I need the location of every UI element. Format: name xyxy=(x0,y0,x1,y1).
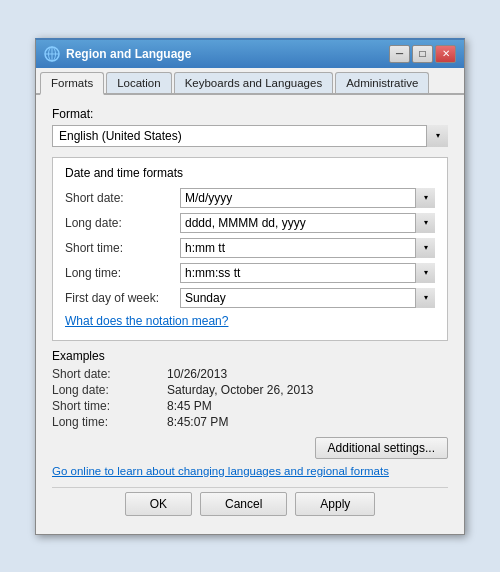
example-short-date: Short date: 10/26/2013 xyxy=(52,367,448,381)
minimize-button[interactable]: ─ xyxy=(389,45,410,63)
examples-title: Examples xyxy=(52,349,448,363)
long-time-row: Long time: h:mm:ss tt ▾ xyxy=(65,263,435,283)
long-time-label: Long time: xyxy=(65,266,180,280)
first-day-control: Sunday ▾ xyxy=(180,288,435,308)
examples-section: Examples Short date: 10/26/2013 Long dat… xyxy=(52,349,448,429)
window-title: Region and Language xyxy=(66,47,191,61)
short-date-control: M/d/yyyy ▾ xyxy=(180,188,435,208)
short-date-label: Short date: xyxy=(65,191,180,205)
tab-bar: Formats Location Keyboards and Languages… xyxy=(36,68,464,95)
notation-link[interactable]: What does the notation mean? xyxy=(65,314,228,328)
tab-formats[interactable]: Formats xyxy=(40,72,104,95)
date-time-group: Date and time formats Short date: M/d/yy… xyxy=(52,157,448,341)
short-date-row: Short date: M/d/yyyy ▾ xyxy=(65,188,435,208)
format-dropdown-wrapper: English (United States) ▾ xyxy=(52,125,448,147)
title-bar: Region and Language ─ □ ✕ xyxy=(36,40,464,68)
example-long-date-label: Long date: xyxy=(52,383,167,397)
tab-keyboards[interactable]: Keyboards and Languages xyxy=(174,72,333,93)
example-short-date-value: 10/26/2013 xyxy=(167,367,227,381)
date-time-group-label: Date and time formats xyxy=(65,166,435,180)
example-long-time: Long time: 8:45:07 PM xyxy=(52,415,448,429)
maximize-button[interactable]: □ xyxy=(412,45,433,63)
example-short-date-label: Short date: xyxy=(52,367,167,381)
globe-icon xyxy=(44,46,60,62)
example-short-time-label: Short time: xyxy=(52,399,167,413)
first-day-dropdown[interactable]: Sunday xyxy=(180,288,435,308)
long-time-control: h:mm:ss tt ▾ xyxy=(180,263,435,283)
short-time-label: Short time: xyxy=(65,241,180,255)
first-day-label: First day of week: xyxy=(65,291,180,305)
example-long-date: Long date: Saturday, October 26, 2013 xyxy=(52,383,448,397)
short-time-dropdown[interactable]: h:mm tt xyxy=(180,238,435,258)
short-date-dropdown[interactable]: M/d/yyyy xyxy=(180,188,435,208)
tab-administrative[interactable]: Administrative xyxy=(335,72,429,93)
example-long-time-label: Long time: xyxy=(52,415,167,429)
long-date-dropdown[interactable]: dddd, MMMM dd, yyyy xyxy=(180,213,435,233)
first-day-row: First day of week: Sunday ▾ xyxy=(65,288,435,308)
bottom-buttons: OK Cancel Apply xyxy=(52,487,448,524)
example-long-time-value: 8:45:07 PM xyxy=(167,415,228,429)
main-window: Region and Language ─ □ ✕ Formats Locati… xyxy=(35,38,465,535)
example-long-date-value: Saturday, October 26, 2013 xyxy=(167,383,314,397)
long-date-control: dddd, MMMM dd, yyyy ▾ xyxy=(180,213,435,233)
format-label: Format: xyxy=(52,107,448,121)
long-date-row: Long date: dddd, MMMM dd, yyyy ▾ xyxy=(65,213,435,233)
additional-settings-button[interactable]: Additional settings... xyxy=(315,437,448,459)
short-time-row: Short time: h:mm tt ▾ xyxy=(65,238,435,258)
title-bar-left: Region and Language xyxy=(44,46,191,62)
long-date-label: Long date: xyxy=(65,216,180,230)
format-dropdown[interactable]: English (United States) xyxy=(52,125,448,147)
ok-button[interactable]: OK xyxy=(125,492,192,516)
example-short-time-value: 8:45 PM xyxy=(167,399,212,413)
close-button[interactable]: ✕ xyxy=(435,45,456,63)
tab-location[interactable]: Location xyxy=(106,72,171,93)
short-time-control: h:mm tt ▾ xyxy=(180,238,435,258)
example-short-time: Short time: 8:45 PM xyxy=(52,399,448,413)
footer-link[interactable]: Go online to learn about changing langua… xyxy=(52,465,448,477)
cancel-button[interactable]: Cancel xyxy=(200,492,287,516)
long-time-dropdown[interactable]: h:mm:ss tt xyxy=(180,263,435,283)
additional-btn-row: Additional settings... xyxy=(52,437,448,459)
content-area: Format: English (United States) ▾ Date a… xyxy=(36,95,464,534)
apply-button[interactable]: Apply xyxy=(295,492,375,516)
title-bar-buttons: ─ □ ✕ xyxy=(389,45,456,63)
